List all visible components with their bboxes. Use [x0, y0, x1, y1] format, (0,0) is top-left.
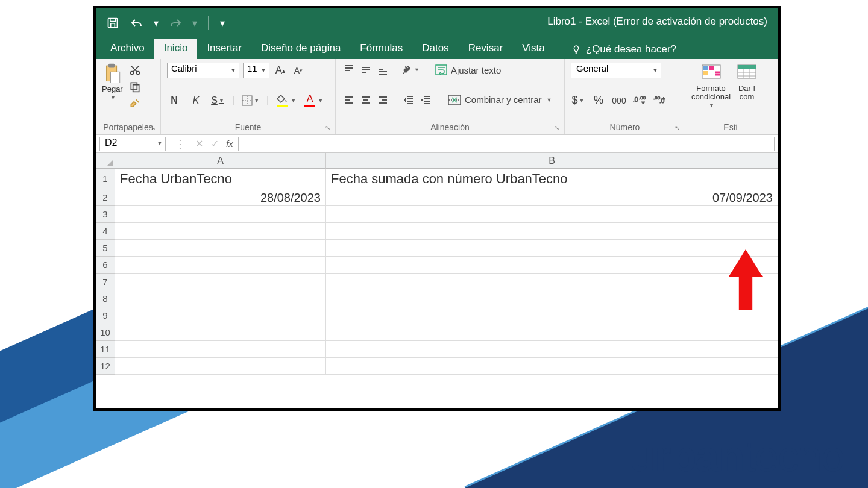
- bold-button[interactable]: N: [167, 93, 181, 108]
- tab-diseno-pagina[interactable]: Diseño de página: [251, 39, 350, 59]
- qat-customize[interactable]: ▾: [218, 14, 227, 31]
- cell[interactable]: [326, 358, 778, 375]
- cell[interactable]: [326, 206, 778, 223]
- cell[interactable]: [326, 324, 778, 341]
- row-header[interactable]: 8: [96, 290, 115, 307]
- underline-button[interactable]: S▼: [210, 93, 225, 108]
- redo-button[interactable]: [167, 14, 184, 31]
- font-size-select[interactable]: 11▼: [243, 63, 269, 78]
- row-header[interactable]: 12: [96, 358, 115, 375]
- row-header[interactable]: 11: [96, 341, 115, 358]
- ribbon: Pegar ▼ Portapapeles⤡ Calibri▼ 11▼ A▴ A▾: [96, 59, 778, 135]
- tell-me-search[interactable]: ¿Qué desea hacer?: [565, 40, 682, 59]
- font-name-select[interactable]: Calibri▼: [167, 63, 239, 78]
- cell[interactable]: [326, 223, 778, 240]
- cancel-formula-button[interactable]: ✕: [191, 138, 207, 149]
- conditional-format-button[interactable]: Formato condicional▼: [691, 63, 731, 108]
- cell-b1[interactable]: Fecha sumada con número UrbanTecno: [326, 169, 778, 189]
- increase-font-button[interactable]: A▴: [273, 63, 288, 78]
- format-as-table-button[interactable]: Dar f com: [737, 63, 757, 101]
- decrease-indent-button[interactable]: [401, 93, 415, 107]
- spreadsheet-grid[interactable]: A B 1 Fecha UrbanTecno Fecha sumada con …: [96, 153, 778, 375]
- paste-button[interactable]: Pegar ▼: [102, 63, 123, 101]
- excel-window: ▾ ▾ ▾ Libro1 - Excel (Error de activació…: [93, 6, 781, 411]
- cell[interactable]: [115, 257, 326, 274]
- svg-rect-18: [703, 66, 708, 70]
- tab-archivo[interactable]: Archivo: [101, 39, 154, 59]
- borders-button[interactable]: ▼: [242, 93, 259, 108]
- dialog-launcher-icon[interactable]: ⤡: [554, 124, 559, 132]
- cell[interactable]: [115, 307, 326, 324]
- align-top-button[interactable]: [342, 63, 356, 77]
- dialog-launcher-icon[interactable]: ⤡: [675, 124, 680, 132]
- col-header-b[interactable]: B: [326, 153, 778, 169]
- tab-datos[interactable]: Datos: [412, 39, 458, 59]
- row-header[interactable]: 4: [96, 223, 115, 240]
- undo-menu[interactable]: ▾: [153, 14, 160, 31]
- cell[interactable]: [115, 290, 326, 307]
- align-left-button[interactable]: [342, 93, 356, 107]
- fill-color-button[interactable]: ▼: [276, 93, 296, 108]
- select-all-corner[interactable]: [96, 153, 115, 169]
- increase-decimal-button[interactable]: .0.00: [632, 93, 647, 108]
- enter-formula-button[interactable]: ✓: [207, 138, 222, 149]
- cell-a1[interactable]: Fecha UrbanTecno: [115, 169, 326, 189]
- row-header[interactable]: 10: [96, 324, 115, 341]
- fx-icon[interactable]: fx: [222, 139, 237, 149]
- cell[interactable]: [115, 341, 326, 358]
- decrease-decimal-button[interactable]: .00.0: [653, 93, 667, 108]
- font-color-button[interactable]: A▼: [303, 93, 323, 108]
- accounting-format-button[interactable]: $▼: [571, 93, 585, 108]
- col-header-a[interactable]: A: [115, 153, 326, 169]
- row-header[interactable]: 2: [96, 189, 115, 206]
- align-bottom-button[interactable]: [376, 63, 390, 77]
- cell[interactable]: [326, 307, 778, 324]
- cell[interactable]: [115, 358, 326, 375]
- cell[interactable]: [115, 274, 326, 290]
- cell[interactable]: [326, 240, 778, 257]
- formula-input[interactable]: [238, 137, 775, 151]
- percent-format-button[interactable]: %: [591, 93, 606, 108]
- cell[interactable]: [115, 223, 326, 240]
- merge-center-button[interactable]: Combinar y centrar▼: [448, 93, 552, 107]
- cell[interactable]: [115, 206, 326, 223]
- tab-inicio[interactable]: Inicio: [154, 39, 198, 59]
- cell[interactable]: [326, 341, 778, 358]
- cell[interactable]: [326, 290, 778, 307]
- format-painter-button[interactable]: [128, 96, 142, 111]
- wrap-text-button[interactable]: Ajustar texto: [435, 63, 501, 77]
- align-right-button[interactable]: [376, 93, 390, 107]
- cell[interactable]: [326, 257, 778, 274]
- orientation-button[interactable]: ab▼: [401, 63, 420, 77]
- undo-button[interactable]: [128, 14, 145, 31]
- cell[interactable]: [115, 324, 326, 341]
- dialog-launcher-icon[interactable]: ⤡: [325, 124, 330, 132]
- tab-insertar[interactable]: Insertar: [197, 39, 251, 59]
- name-box[interactable]: D2▼: [99, 137, 166, 151]
- row-header[interactable]: 1: [96, 169, 115, 189]
- cell[interactable]: [326, 274, 778, 290]
- tab-revisar[interactable]: Revisar: [459, 39, 513, 59]
- number-format-select[interactable]: General▼: [571, 63, 661, 78]
- italic-button[interactable]: K: [189, 93, 203, 108]
- increase-indent-button[interactable]: [418, 93, 432, 107]
- tab-vista[interactable]: Vista: [512, 39, 555, 59]
- save-button[interactable]: [104, 14, 121, 31]
- align-center-button[interactable]: [359, 93, 373, 107]
- tab-formulas[interactable]: Fórmulas: [350, 39, 412, 59]
- row-header[interactable]: 3: [96, 206, 115, 223]
- row-header[interactable]: 6: [96, 257, 115, 274]
- cell[interactable]: [115, 240, 326, 257]
- align-middle-button[interactable]: [359, 63, 373, 77]
- cut-button[interactable]: [128, 63, 142, 77]
- row-header[interactable]: 9: [96, 307, 115, 324]
- row-header[interactable]: 5: [96, 240, 115, 257]
- dialog-launcher-icon[interactable]: ⤡: [150, 124, 156, 132]
- comma-format-button[interactable]: 000: [612, 93, 626, 108]
- redo-menu[interactable]: ▾: [191, 14, 198, 31]
- cell-a2[interactable]: 28/08/2023: [115, 189, 326, 206]
- cell-b2[interactable]: 07/09/2023: [326, 189, 778, 206]
- decrease-font-button[interactable]: A▾: [291, 63, 306, 78]
- copy-button[interactable]: [128, 80, 142, 94]
- row-header[interactable]: 7: [96, 274, 115, 290]
